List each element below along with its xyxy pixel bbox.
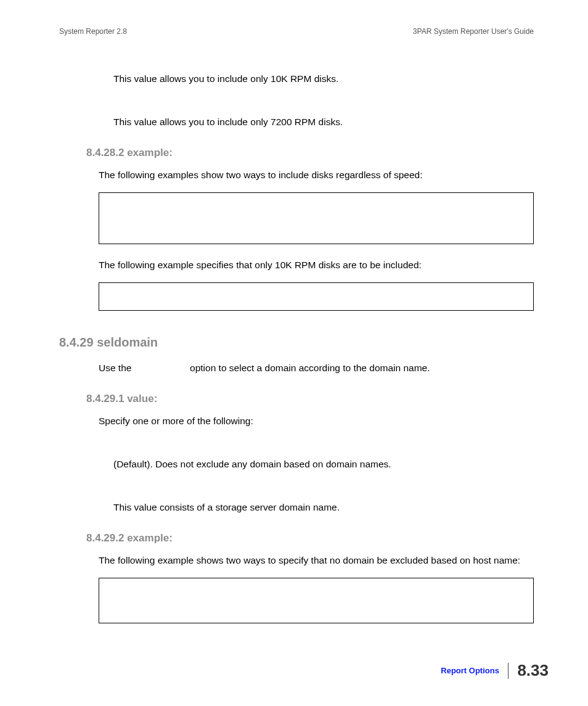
paragraph: This value allows you to include only 72… (113, 115, 534, 129)
header-right: 3PAR System Reporter User's Guide (413, 27, 534, 36)
paragraph: (Default). Does not exclude any domain b… (113, 457, 534, 472)
code-block (99, 578, 534, 623)
page-header: System Reporter 2.8 3PAR System Reporter… (59, 27, 534, 36)
header-left: System Reporter 2.8 (59, 27, 127, 36)
footer-link[interactable]: Report Options (441, 666, 508, 675)
page-number: 8.33 (517, 661, 549, 680)
paragraph: Use the option to select a domain accord… (99, 361, 534, 376)
section-heading: 8.4.29 seldomain (59, 335, 534, 350)
subsection-heading: 8.4.29.1 value: (86, 393, 534, 405)
code-block (99, 192, 534, 244)
text-fragment: option to select a domain according to t… (190, 363, 430, 373)
subsection-heading: 8.4.28.2 example: (86, 147, 534, 159)
paragraph: The following example shows two ways to … (99, 553, 534, 568)
paragraph: The following example specifies that onl… (99, 258, 534, 273)
code-block (99, 282, 534, 311)
subsection-heading: 8.4.29.2 example: (86, 532, 534, 544)
paragraph: This value consists of a storage server … (113, 500, 534, 515)
footer-divider (508, 663, 509, 679)
page-container: System Reporter 2.8 3PAR System Reporter… (0, 0, 588, 674)
paragraph: The following examples show two ways to … (99, 168, 534, 183)
paragraph: Specify one or more of the following: (99, 414, 534, 429)
text-fragment: Use the (99, 363, 131, 373)
paragraph: This value allows you to include only 10… (113, 72, 534, 86)
page-footer: Report Options 8.33 (441, 661, 549, 680)
